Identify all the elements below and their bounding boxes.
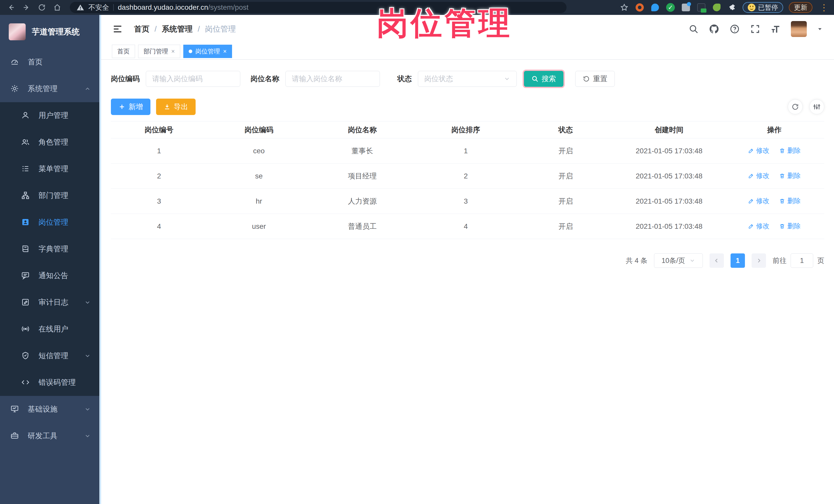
status-select[interactable]: 岗位状态 bbox=[418, 71, 517, 87]
app-logo-image bbox=[9, 23, 26, 40]
error-code-icon bbox=[21, 378, 30, 387]
breadcrumb-home[interactable]: 首页 bbox=[134, 24, 149, 35]
col-post-code: 岗位编码 bbox=[207, 122, 311, 138]
profile-paused-badge[interactable]: 已暂停 bbox=[743, 2, 783, 13]
goto-page-input[interactable] bbox=[791, 254, 813, 268]
sidebar-item-sms[interactable]: 短信管理 bbox=[0, 343, 101, 369]
post-name-input[interactable] bbox=[285, 71, 380, 87]
sidebar-item-roles[interactable]: 角色管理 bbox=[0, 129, 101, 156]
github-icon[interactable] bbox=[709, 24, 720, 35]
sidebar-item-error-codes[interactable]: 错误码管理 bbox=[0, 369, 101, 396]
sidebar-item-system[interactable]: 系统管理 bbox=[0, 75, 101, 102]
sidebar-item-posts[interactable]: 岗位管理 bbox=[0, 209, 101, 236]
sidebar-item-dictionary[interactable]: 字典管理 bbox=[0, 236, 101, 262]
col-post-id: 岗位编号 bbox=[111, 122, 207, 138]
caret-down-icon[interactable] bbox=[816, 26, 823, 32]
table-row: 2 se 项目经理 2 开启 2021-01-05 17:03:48 修改 删除 bbox=[111, 163, 824, 189]
tab-posts[interactable]: 岗位管理 × bbox=[183, 45, 232, 58]
edit-link[interactable]: 修改 bbox=[748, 171, 770, 180]
delete-link[interactable]: 删除 bbox=[779, 196, 800, 205]
chevron-down-icon bbox=[504, 75, 510, 82]
app-logo-row[interactable]: 芋道管理系统 bbox=[0, 15, 101, 49]
post-name-label: 岗位名称 bbox=[250, 74, 279, 84]
sidebar: 芋道管理系统 首页 系统管理 用户管理 bbox=[0, 15, 101, 504]
edit-link[interactable]: 修改 bbox=[748, 196, 770, 205]
sidebar-item-menus[interactable]: 菜单管理 bbox=[0, 156, 101, 182]
extension-tab-blue-dot-icon[interactable] bbox=[681, 3, 691, 12]
table-row: 1 ceo 董事长 1 开启 2021-01-05 17:03:48 修改 删除 bbox=[111, 138, 824, 163]
extension-green-sprout-icon[interactable] bbox=[712, 3, 722, 12]
emoji-face-icon bbox=[748, 4, 755, 11]
page-suffix-label: 页 bbox=[817, 256, 824, 265]
role-icon bbox=[21, 138, 30, 147]
online-users-icon bbox=[21, 325, 30, 334]
goto-label: 前往 bbox=[773, 256, 787, 265]
extension-blue-drop-icon[interactable] bbox=[650, 3, 660, 12]
reset-button[interactable]: 重置 bbox=[575, 71, 615, 87]
fullscreen-icon[interactable] bbox=[750, 24, 761, 35]
browser-update-button[interactable]: 更新 bbox=[789, 2, 812, 13]
extension-green-check-icon[interactable]: ✓ bbox=[665, 3, 675, 12]
dev-tools-icon bbox=[10, 431, 20, 441]
delete-link[interactable]: 删除 bbox=[779, 146, 800, 155]
page-number-button[interactable]: 1 bbox=[730, 254, 745, 268]
extension-orange-ring-icon[interactable] bbox=[635, 3, 644, 12]
browser-home-button[interactable] bbox=[50, 2, 64, 13]
tab-home[interactable]: 首页 bbox=[112, 45, 135, 58]
extensions-puzzle-icon[interactable] bbox=[727, 3, 737, 12]
table-header-row: 岗位编号 岗位编码 岗位名称 岗位排序 状态 创建时间 操作 bbox=[111, 122, 824, 138]
browser-back-button[interactable] bbox=[4, 2, 18, 13]
add-button[interactable]: 新增 bbox=[111, 98, 150, 115]
tab-departments[interactable]: 部门管理 × bbox=[138, 45, 180, 58]
next-page-button[interactable] bbox=[752, 254, 766, 268]
chevron-up-icon bbox=[84, 86, 91, 92]
font-size-icon[interactable] bbox=[770, 24, 781, 35]
post-badge-icon bbox=[21, 218, 30, 227]
page-size-select[interactable]: 10条/页 bbox=[654, 254, 703, 268]
extension-dark-badge-icon[interactable] bbox=[697, 3, 706, 12]
user-avatar[interactable] bbox=[791, 21, 807, 37]
close-icon[interactable]: × bbox=[223, 48, 227, 54]
search-button[interactable]: 搜索 bbox=[524, 71, 564, 87]
sidebar-item-online-users[interactable]: 在线用户 bbox=[0, 316, 101, 343]
gear-icon bbox=[10, 84, 20, 93]
edit-link[interactable]: 修改 bbox=[748, 222, 770, 231]
security-label[interactable]: 不安全 bbox=[88, 3, 109, 12]
close-icon[interactable]: × bbox=[171, 48, 175, 54]
sidebar-item-departments[interactable]: 部门管理 bbox=[0, 182, 101, 209]
breadcrumb-current: 岗位管理 bbox=[205, 24, 236, 35]
edit-link[interactable]: 修改 bbox=[748, 146, 770, 155]
search-icon[interactable] bbox=[688, 24, 699, 35]
sidebar-item-audit-log[interactable]: 审计日志 bbox=[0, 289, 101, 316]
hamburger-icon[interactable] bbox=[112, 23, 123, 35]
omnibox-divider bbox=[113, 4, 114, 11]
bookmark-star-icon[interactable] bbox=[619, 3, 629, 12]
breadcrumb-separator: / bbox=[198, 25, 200, 34]
column-settings-button[interactable] bbox=[809, 100, 824, 114]
paused-label: 已暂停 bbox=[758, 3, 778, 12]
browser-forward-button[interactable] bbox=[20, 2, 34, 13]
refresh-button[interactable] bbox=[788, 100, 803, 114]
col-post-name: 岗位名称 bbox=[311, 122, 414, 138]
post-code-input[interactable] bbox=[146, 71, 240, 87]
breadcrumb-system[interactable]: 系统管理 bbox=[162, 24, 193, 35]
status-value: 开启 bbox=[518, 163, 614, 189]
delete-link[interactable]: 删除 bbox=[779, 222, 800, 231]
sidebar-scrollbar[interactable] bbox=[99, 15, 101, 504]
sidebar-item-users[interactable]: 用户管理 bbox=[0, 102, 101, 129]
sidebar-item-dev-tools[interactable]: 研发工具 bbox=[0, 423, 101, 449]
status-value: 开启 bbox=[518, 214, 614, 239]
status-value: 开启 bbox=[518, 138, 614, 163]
table-row: 3 hr 人力资源 3 开启 2021-01-05 17:03:48 修改 删除 bbox=[111, 189, 824, 214]
active-tab-dot bbox=[189, 49, 192, 53]
sidebar-item-infrastructure[interactable]: 基础设施 bbox=[0, 396, 101, 423]
delete-link[interactable]: 删除 bbox=[779, 171, 800, 180]
sidebar-item-home[interactable]: 首页 bbox=[0, 49, 101, 75]
browser-menu-kebab-icon[interactable]: ⋮ bbox=[818, 3, 830, 12]
browser-reload-button[interactable] bbox=[35, 2, 49, 13]
help-icon[interactable] bbox=[729, 24, 740, 35]
sidebar-item-notices[interactable]: 通知公告 bbox=[0, 262, 101, 289]
prev-page-button[interactable] bbox=[709, 254, 724, 268]
export-button[interactable]: 导出 bbox=[156, 98, 196, 115]
table-row: 4 user 普通员工 4 开启 2021-01-05 17:03:48 修改 … bbox=[111, 214, 824, 239]
